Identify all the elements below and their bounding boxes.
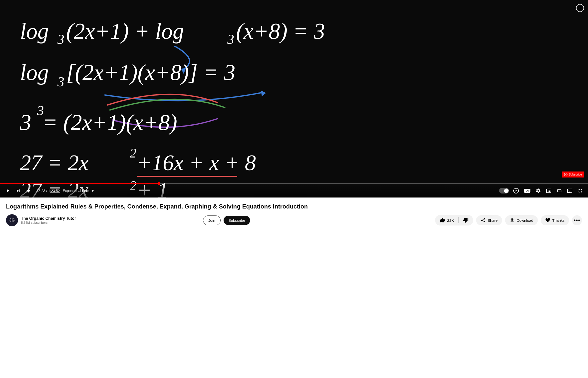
- more-options-button[interactable]: •••: [572, 215, 582, 225]
- share-button[interactable]: Share: [476, 215, 502, 225]
- video-wrapper: log 3 (2x+1) + log 3 (x+8) = 3 log 3 [(2…: [0, 0, 588, 229]
- miniplayer-button[interactable]: [545, 187, 553, 194]
- cc-icon: CC: [524, 188, 531, 194]
- dislike-button[interactable]: [459, 215, 473, 226]
- svg-text:3: 3: [57, 32, 64, 47]
- svg-text:log: log: [20, 19, 49, 44]
- channel-avatar[interactable]: JG: [6, 214, 18, 226]
- autoplay-knob: [504, 188, 509, 193]
- subscribe-badge-text: Subscribe: [569, 173, 582, 176]
- join-button[interactable]: Join: [203, 216, 221, 225]
- cast-button[interactable]: [566, 187, 574, 194]
- next-icon: [15, 188, 21, 194]
- theater-icon: [557, 188, 562, 194]
- time-display: 38:23 / 1:23:52: [36, 189, 60, 193]
- svg-text:CC: CC: [526, 190, 529, 192]
- svg-text:(x+8) = 3: (x+8) = 3: [236, 19, 325, 44]
- channel-subs: 5.65M subscribers: [21, 221, 200, 224]
- video-title: Logarithms Explained Rules & Properties,…: [6, 202, 582, 210]
- share-label: Share: [488, 218, 498, 222]
- video-info: Logarithms Explained Rules & Properties,…: [0, 198, 588, 229]
- cc-button[interactable]: CC: [523, 187, 532, 194]
- controls-bar: 38:23 / 1:23:52 Exponential Form: [0, 184, 588, 198]
- thanks-icon: [545, 218, 550, 223]
- theater-button[interactable]: [556, 187, 563, 194]
- settings-button[interactable]: [535, 187, 542, 194]
- volume-icon: [26, 188, 31, 194]
- fullscreen-button[interactable]: [577, 187, 584, 194]
- svg-text:27 = 2x: 27 = 2x: [20, 150, 88, 175]
- share-icon: [481, 218, 486, 223]
- thumbs-up-icon: [440, 218, 445, 223]
- thanks-label: Thanks: [552, 218, 565, 222]
- autoplay-toggle[interactable]: [499, 188, 509, 194]
- miniplayer-icon: [546, 188, 552, 194]
- svg-text:3: 3: [57, 74, 64, 89]
- settings-icon: [536, 188, 541, 194]
- subscribe-badge[interactable]: Subscribe: [562, 172, 584, 178]
- volume-button[interactable]: [25, 187, 32, 194]
- channel-info: The Organic Chemistry Tutor 5.65M subscr…: [21, 216, 200, 224]
- svg-text:log: log: [20, 60, 49, 85]
- like-dislike-group: 22K: [435, 215, 473, 226]
- chapter-label[interactable]: Exponential Form: [63, 189, 95, 193]
- svg-text:+16x + x + 8: +16x + x + 8: [137, 150, 256, 175]
- download-button[interactable]: Download: [505, 215, 538, 225]
- subscribe-button[interactable]: Subscribe: [224, 216, 250, 225]
- channel-name[interactable]: The Organic Chemistry Tutor: [21, 216, 200, 221]
- svg-text:2: 2: [130, 146, 136, 160]
- autoplay-track[interactable]: [499, 188, 509, 194]
- like-button[interactable]: 22K: [435, 215, 458, 226]
- like-count: 22K: [447, 218, 454, 222]
- thumbs-down-icon: [463, 218, 469, 223]
- chapter-chevron-icon: [91, 189, 95, 192]
- math-content: log 3 (2x+1) + log 3 (x+8) = 3 log 3 [(2…: [0, 0, 588, 198]
- next-button[interactable]: [14, 187, 22, 194]
- video-player[interactable]: log 3 (2x+1) + log 3 (x+8) = 3 log 3 [(2…: [0, 0, 588, 198]
- svg-text:= (2x+1)(x+8): = (2x+1)(x+8): [42, 110, 177, 135]
- svg-text:3: 3: [20, 110, 31, 135]
- autoplay-icon: [513, 188, 519, 194]
- thanks-button[interactable]: Thanks: [541, 215, 569, 225]
- fullscreen-icon: [578, 188, 583, 194]
- subscribe-badge-icon: [564, 172, 568, 176]
- cast-icon: [567, 188, 573, 194]
- info-button[interactable]: i: [576, 4, 584, 12]
- more-dots-icon: •••: [574, 217, 580, 224]
- svg-text:3: 3: [227, 32, 234, 47]
- play-button[interactable]: [4, 187, 11, 194]
- download-label: Download: [517, 218, 533, 222]
- svg-text:[(2x+1)(x+8)] = 3: [(2x+1)(x+8)] = 3: [66, 60, 235, 85]
- play-icon: [5, 188, 10, 194]
- autoplay-button[interactable]: [512, 187, 520, 195]
- svg-text:(2x+1) + log: (2x+1) + log: [66, 19, 184, 44]
- video-canvas: log 3 (2x+1) + log 3 (x+8) = 3 log 3 [(2…: [0, 0, 588, 198]
- channel-row: JG The Organic Chemistry Tutor 5.65M sub…: [6, 214, 582, 226]
- download-icon: [510, 218, 515, 223]
